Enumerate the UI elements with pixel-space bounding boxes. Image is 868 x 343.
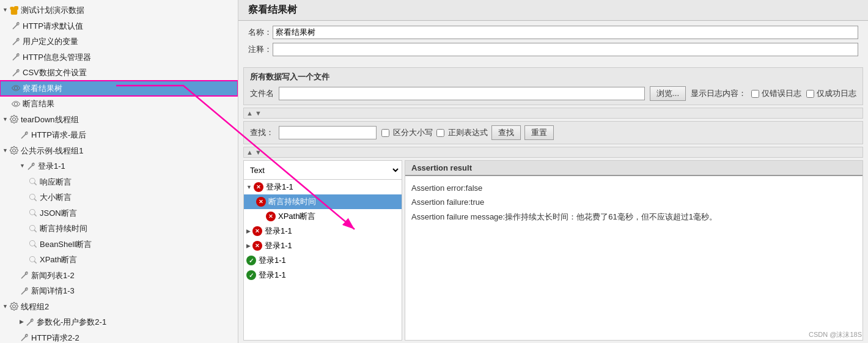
- result-label-r3: 登录1-1: [265, 240, 292, 251]
- name-input[interactable]: [273, 26, 858, 39]
- assertion-tab[interactable]: Assertion result: [405, 161, 862, 176]
- log-label: 显示日志内容：: [691, 88, 746, 99]
- sidebar: ▼测试计划演示数据HTTP请求默认值用户定义的变量HTTP信息头管理器CSV数据…: [0, 0, 238, 343]
- regex-label: 正则表达式: [448, 127, 488, 138]
- label-duration-assert: 断言持续时间: [40, 223, 87, 235]
- sidebar-item-thread-group2[interactable]: ▼线程组2: [0, 299, 238, 315]
- icon-teardown: [9, 114, 19, 124]
- result-item-r1-2[interactable]: XPath断言: [244, 209, 402, 224]
- rtriangle-r1: ▼: [246, 184, 252, 190]
- sidebar-item-size-assert[interactable]: 大小断言: [0, 190, 238, 205]
- icon-user-vars: [11, 37, 21, 46]
- sidebar-item-test-plan[interactable]: ▼测试计划演示数据: [0, 2, 238, 18]
- sidebar-item-xpath-assert[interactable]: XPath断言: [0, 252, 238, 268]
- result-label-r2: 登录1-1: [265, 226, 292, 237]
- sidebar-item-assert-results[interactable]: 断言结果: [0, 96, 238, 112]
- icon-news-detail: [20, 286, 29, 296]
- icon-http-default: [11, 21, 21, 31]
- browse-button[interactable]: 浏览...: [650, 86, 686, 101]
- result-label-r1: 登录1-1: [266, 182, 293, 193]
- sidebar-item-login1-1[interactable]: ▼登录1-1: [0, 158, 238, 174]
- error-log-checkbox[interactable]: [751, 90, 759, 98]
- triangle-thread-group1: ▼: [2, 147, 8, 155]
- result-item-r2[interactable]: ▶登录1-1: [244, 224, 402, 238]
- triangle-login1-1: ▼: [20, 162, 25, 171]
- result-item-r1[interactable]: ▼登录1-1: [244, 180, 402, 194]
- label-user-vars: 用户定义的变量: [23, 35, 78, 48]
- sidebar-item-http-default[interactable]: HTTP请求默认值: [0, 18, 238, 34]
- sidebar-item-duration-assert[interactable]: 断言持续时间: [0, 221, 238, 237]
- icon-response-assert: [28, 177, 38, 186]
- file-label: 文件名: [250, 88, 274, 99]
- label-login1-1: 登录1-1: [38, 160, 65, 172]
- icon-thread-group2: [9, 301, 19, 311]
- label-http-2-2: HTTP请求2-2: [31, 332, 79, 344]
- label-csv-data: CSV数据文件设置: [23, 67, 87, 79]
- triangle-test-plan: ▼: [2, 6, 8, 15]
- result-item-r1-1[interactable]: 断言持续时间: [244, 194, 402, 209]
- result-label-r5: 登录1-1: [259, 270, 286, 281]
- assertion-line-2: Assertion failure message:操作持续太长时间：他花费了6…: [411, 210, 856, 224]
- comment-input[interactable]: [273, 43, 858, 56]
- main-content: 察看结果树 名称： 注释： 所有数据写入一个文件 文件名 浏览... 显示日志内…: [238, 0, 868, 343]
- search-input[interactable]: [279, 126, 377, 139]
- search-label: 查找：: [250, 127, 274, 138]
- comment-row: 注释：: [248, 43, 858, 56]
- label-view-results: 察看结果树: [23, 83, 62, 95]
- error-log-label: 仅错误日志: [762, 88, 801, 99]
- page-title: 察看结果树: [248, 4, 858, 17]
- reset-button[interactable]: 重置: [524, 125, 554, 140]
- sidebar-item-http-2-2[interactable]: HTTP请求2-2: [0, 330, 238, 344]
- regex-checkbox[interactable]: [436, 129, 444, 137]
- label-http-header: HTTP信息头管理器: [23, 51, 91, 64]
- result-item-r3[interactable]: ▶登录1-1: [244, 238, 402, 253]
- sidebar-item-param-user[interactable]: ▶参数化-用户参数2-1: [0, 314, 238, 330]
- error-icon-r3: [252, 241, 262, 251]
- error-icon-r1: [254, 182, 263, 192]
- file-section: 所有数据写入一个文件 文件名 浏览... 显示日志内容： 仅错误日志 仅成功日志: [243, 67, 863, 105]
- dropdown-bar: Text: [244, 161, 402, 180]
- result-label-r4: 登录1-1: [259, 255, 286, 266]
- label-size-assert: 大小断言: [40, 191, 72, 204]
- view-dropdown[interactable]: Text: [245, 162, 400, 178]
- collapse-arrows-2: ▲ ▼: [246, 149, 262, 156]
- label-news-list: 新闻列表1-2: [31, 270, 75, 282]
- icon-thread-group1: [9, 146, 19, 155]
- icon-json-assert: [28, 208, 38, 218]
- sidebar-item-http-header[interactable]: HTTP信息头管理器: [0, 50, 238, 65]
- sidebar-item-user-vars[interactable]: 用户定义的变量: [0, 34, 238, 50]
- icon-beanshell-assert: [28, 239, 38, 249]
- find-button[interactable]: 查找: [491, 125, 521, 140]
- label-json-assert: JSON断言: [40, 207, 77, 219]
- icon-http-last: [20, 130, 29, 140]
- label-news-detail: 新闻详情1-3: [31, 285, 75, 297]
- case-sensitive-checkbox[interactable]: [381, 129, 389, 137]
- sidebar-item-beanshell-assert[interactable]: BeanShell断言: [0, 237, 238, 253]
- title-bar: 察看结果树: [238, 0, 868, 21]
- sidebar-item-csv-data[interactable]: CSV数据文件设置: [0, 65, 238, 81]
- icon-http-header: [11, 52, 21, 62]
- result-item-r4[interactable]: 登录1-1: [244, 253, 402, 268]
- sidebar-item-view-results[interactable]: 察看结果树: [0, 81, 238, 97]
- sidebar-item-teardown[interactable]: ▼tearDown线程组: [0, 112, 238, 128]
- results-area: Text ▼登录1-1断言持续时间XPath断言▶登录1-1▶登录1-1登录1-…: [243, 160, 863, 341]
- assertion-panel: Assertion result Assertion error:falseAs…: [405, 160, 863, 341]
- sidebar-item-response-assert[interactable]: 响应断言: [0, 174, 238, 190]
- sidebar-item-thread-group1[interactable]: ▼公共示例-线程组1: [0, 143, 238, 159]
- case-sensitive-label: 区分大小写: [393, 127, 433, 138]
- sidebar-item-http-last[interactable]: HTTP请求-最后: [0, 127, 238, 143]
- result-item-r5[interactable]: 登录1-1: [244, 268, 402, 282]
- sidebar-item-json-assert[interactable]: JSON断言: [0, 205, 238, 221]
- search-bar: 查找： 区分大小写 正则表达式 查找 重置: [243, 121, 863, 144]
- collapse-row-2: ▲ ▼: [243, 147, 863, 158]
- success-log-checkbox[interactable]: [806, 90, 814, 98]
- error-log-group: 仅错误日志: [751, 88, 801, 99]
- success-icon-r5: [246, 270, 256, 280]
- error-icon-r1-1: [256, 197, 266, 207]
- rtriangle-r2: ▶: [246, 228, 251, 234]
- file-input[interactable]: [279, 87, 645, 100]
- sidebar-item-news-detail[interactable]: 新闻详情1-3: [0, 283, 238, 299]
- icon-http-2-2: [20, 333, 29, 342]
- result-label-r1-2: XPath断言: [278, 211, 315, 222]
- sidebar-item-news-list[interactable]: 新闻列表1-2: [0, 268, 238, 284]
